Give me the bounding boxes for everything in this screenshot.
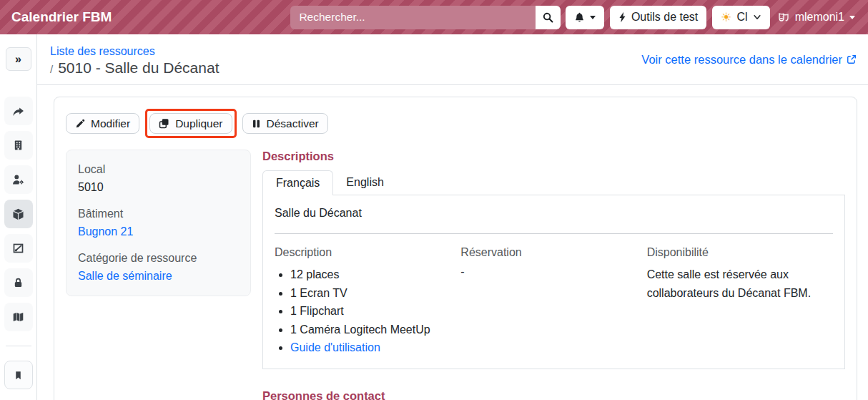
caret-down-icon [590,16,596,19]
bell-icon [574,11,585,23]
frame-icon [12,243,24,254]
map-icon [12,311,24,323]
resource-card: Modifier Dupliquer Désactiver [54,97,857,400]
availability-column: Disponibilité Cette salle est réservée a… [647,246,833,357]
sidebar-item-frame[interactable] [4,234,33,263]
reservation-column: Réservation - [460,246,646,357]
local-value: 5010 [78,181,239,194]
sidebar: » [0,34,37,400]
user-name: mlemoni1 [795,11,844,24]
chevron-down-icon [753,13,761,21]
app-title: Calendrier FBM [11,9,112,25]
sidebar-item-resources[interactable] [4,200,33,228]
copy-icon [159,118,169,129]
language-tabs: Français English [262,170,845,195]
breadcrumb-parent-link[interactable]: Liste des ressources [50,44,220,59]
pencil-icon [75,119,85,129]
description-label: Description [275,246,460,259]
sidebar-item-user-settings[interactable] [4,165,33,194]
page-title: 5010 - Salle du Décanat [58,59,219,77]
theater-mask-icon [777,11,790,24]
availability-value: Cette salle est réservée aux collaborate… [647,265,826,302]
test-tools-label: Outils de test [631,11,698,24]
user-menu-button[interactable]: mlemoni1 [776,11,857,24]
deactivate-label: Désactiver [267,117,319,130]
sun-icon: ☀ [721,11,731,24]
local-label: Local [78,163,239,176]
sidebar-item-buildings[interactable] [4,131,33,160]
tab-english[interactable]: English [333,170,396,195]
notifications-button[interactable] [566,6,604,29]
panel-divider [275,233,833,234]
lightning-bolt-icon [618,11,626,23]
usage-guide-link[interactable]: Guide d'utilisation [290,341,380,353]
page-header: Liste des ressources / 5010 - Salle du D… [37,34,868,85]
resource-info-box: Local 5010 Bâtiment Bugnon 21 Catégorie … [66,150,251,296]
list-item: Guide d'utilisation [290,338,460,357]
descriptions-section: Descriptions Français English Salle du D… [262,150,845,400]
view-in-calendar-link[interactable]: Voir cette ressource dans le calendrier [641,53,857,67]
view-in-calendar-label: Voir cette ressource dans le calendrier [641,53,842,67]
descriptions-heading: Descriptions [262,150,845,163]
building-link[interactable]: Bugnon 21 [78,225,133,238]
theme-label: Cl [737,11,748,24]
sidebar-expand-button[interactable]: » [6,47,31,71]
sidebar-item-lock[interactable] [4,268,33,297]
cube-icon [12,208,24,220]
description-column: Description 12 places 1 Ecran TV 1 Flipc… [275,246,460,357]
building-icon [13,140,24,151]
list-item: 1 Caméra Logitech MeetUp [290,321,460,339]
availability-label: Disponibilité [647,246,833,259]
sidebar-item-bookmark[interactable] [4,361,33,389]
main-content: Modifier Dupliquer Désactiver [37,85,868,400]
search-group [290,6,561,29]
breadcrumb: Liste des ressources / 5010 - Salle du D… [50,42,220,77]
description-panel: Salle du Décanat Description 12 places 1… [262,195,845,369]
sidebar-nav [4,97,33,389]
modify-label: Modifier [91,117,130,130]
breadcrumb-separator: / [50,63,53,75]
caret-down-icon [849,16,855,19]
duplicate-label: Dupliquer [175,117,222,130]
duplicate-button[interactable]: Dupliquer [149,113,232,134]
resource-name: Salle du Décanat [275,207,833,220]
description-list: 12 places 1 Ecran TV 1 Flipchart 1 Camér… [275,265,460,357]
lock-icon [13,277,24,288]
building-label: Bâtiment [78,208,239,220]
category-link[interactable]: Salle de séminaire [78,270,172,282]
pause-icon [252,119,261,129]
bookmark-icon [14,370,23,381]
resource-actions: Modifier Dupliquer Désactiver [66,109,845,138]
navbar-actions: Outils de test ☀ Cl mlemoni1 [566,6,857,29]
sidebar-item-share[interactable] [4,97,33,125]
user-gear-icon [12,174,25,185]
reservation-value: - [460,265,646,278]
search-input[interactable] [290,6,536,29]
sidebar-item-map[interactable] [4,303,33,331]
contacts-heading: Personnes de contact [262,389,845,400]
external-link-icon [847,54,857,64]
tab-francais[interactable]: Français [262,170,333,195]
list-item: 1 Ecran TV [290,284,460,303]
modify-button[interactable]: Modifier [66,113,139,134]
list-item: 1 Flipchart [290,302,460,321]
list-item: 12 places [290,265,460,284]
category-label: Catégorie de ressource [78,252,239,265]
test-tools-button[interactable]: Outils de test [610,6,706,29]
reservation-label: Réservation [460,246,646,259]
top-navbar: Calendrier FBM Outils de test ☀ Cl [0,0,868,34]
sidebar-divider [6,346,31,346]
theme-switcher-button[interactable]: ☀ Cl [712,6,769,29]
search-button[interactable] [536,6,561,29]
deactivate-button[interactable]: Désactiver [242,113,328,134]
annotation-highlight: Dupliquer [145,109,236,138]
share-icon [12,105,24,117]
search-icon [543,12,553,23]
